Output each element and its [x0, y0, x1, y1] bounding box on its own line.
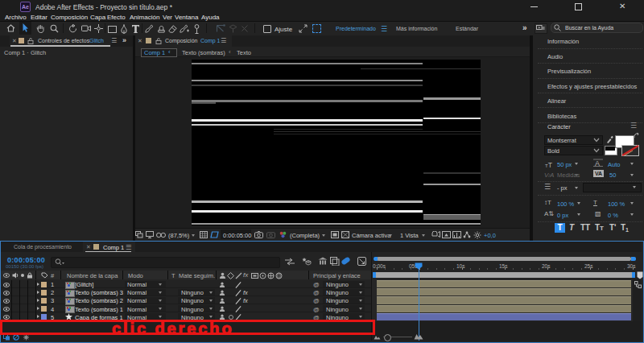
svg-text:A: A: [595, 159, 600, 167]
